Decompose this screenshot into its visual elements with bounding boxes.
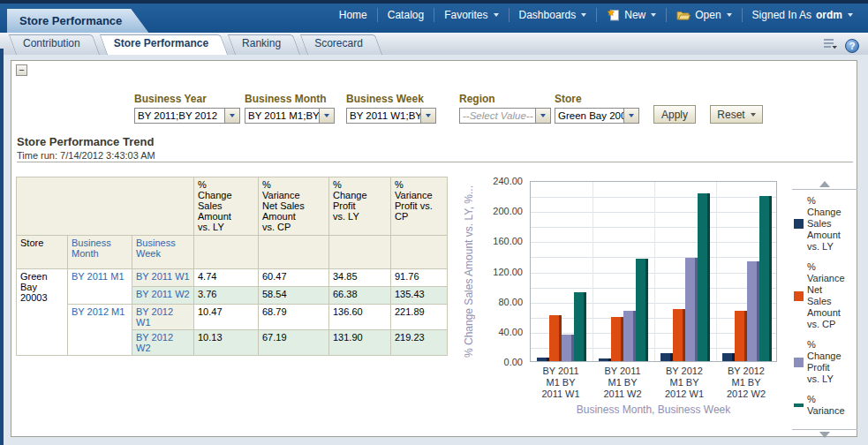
value-cell: 221.89	[391, 305, 448, 330]
column-header: % Change Profit vs. LY	[329, 177, 391, 236]
chevron-down-icon	[848, 13, 853, 17]
store-dropdown[interactable]: Green Bay 20003	[555, 108, 639, 124]
legend-swatch	[794, 358, 804, 367]
left-accent-bar	[0, 49, 4, 445]
bar[interactable]	[759, 196, 772, 361]
nav-favorites[interactable]: Favorites	[434, 8, 508, 22]
bar[interactable]	[722, 353, 735, 361]
x-tick-label: BY 2012 M1 BY 2012 W2	[708, 366, 784, 400]
apply-button[interactable]: Apply	[653, 105, 696, 124]
nav-catalog[interactable]: Catalog	[377, 8, 434, 22]
legend-swatch	[794, 404, 804, 407]
help-icon[interactable]: ?	[845, 39, 859, 53]
collapse-section-button[interactable]: −	[16, 64, 27, 76]
filter-business-month: Business Month BY 2011 M1;BY 2	[245, 93, 335, 124]
value-cell: 91.76	[391, 269, 448, 287]
business-month-dropdown[interactable]: BY 2011 M1;BY 2	[245, 108, 335, 124]
filter-label: Business Month	[245, 93, 335, 105]
bar[interactable]	[623, 311, 636, 361]
value-cell: 66.38	[329, 287, 391, 305]
bar[interactable]	[611, 317, 623, 361]
column-header: % Change Sales Amount vs. LY	[194, 177, 259, 236]
time-run-label: Time run: 7/14/2012 3:43:03 AM	[17, 150, 155, 161]
nav-open[interactable]: Open	[666, 8, 741, 22]
filter-label: Store	[555, 93, 639, 105]
tab-store-performance[interactable]: Store Performance	[103, 34, 224, 55]
username: ordm	[816, 9, 842, 21]
week-cell[interactable]: BY 2011 W1	[132, 269, 194, 287]
y-tick-label: 160.00	[457, 236, 523, 246]
nav-dashboards[interactable]: Dashboards	[509, 8, 597, 22]
value-cell: 34.85	[329, 269, 391, 287]
legend-scroll-up-icon[interactable]	[819, 181, 830, 187]
chevron-down-icon	[727, 13, 732, 17]
chevron-down-icon	[751, 113, 756, 117]
table-corner-cell	[17, 177, 194, 236]
value-cell: 58.54	[259, 287, 329, 305]
legend-swatch	[794, 219, 804, 229]
business-year-dropdown[interactable]: BY 2011;BY 2012	[134, 108, 240, 124]
y-tick-label: 120.00	[457, 267, 523, 277]
month-cell[interactable]: BY 2011 M1	[68, 269, 132, 305]
tab-contribution[interactable]: Contribution	[12, 34, 96, 55]
bar[interactable]	[636, 259, 648, 361]
nav-home[interactable]: Home	[329, 8, 377, 22]
dim-header-business-month[interactable]: Business Month	[68, 236, 132, 269]
week-cell[interactable]: BY 2012 W1	[132, 305, 194, 330]
nav-new[interactable]: New	[596, 8, 666, 22]
week-cell[interactable]: BY 2012 W2	[132, 330, 194, 356]
dropdown-arrow-icon[interactable]	[420, 109, 435, 123]
reset-button[interactable]: Reset	[710, 105, 763, 124]
business-week-dropdown[interactable]: BY 2011 W1;BY 2	[346, 108, 436, 124]
bar[interactable]	[549, 315, 562, 361]
column-header: % Variance Net Sales Amount vs. CP	[259, 177, 329, 236]
dropdown-arrow-icon[interactable]	[319, 109, 334, 123]
chevron-down-icon	[651, 13, 656, 17]
bar[interactable]	[562, 335, 574, 361]
dropdown-arrow-icon[interactable]	[224, 109, 239, 123]
legend-item: % Variance Net Sales Amount vs. CP	[794, 261, 857, 330]
week-cell[interactable]: BY 2011 W2	[132, 287, 194, 305]
value-cell: 131.90	[329, 330, 391, 356]
region-dropdown[interactable]: --Select Value--	[459, 108, 551, 124]
value-cell: 68.79	[259, 305, 329, 330]
dropdown-arrow-icon[interactable]	[623, 109, 638, 123]
pivot-table: % Change Sales Amount vs. LY % Variance …	[16, 177, 448, 356]
category-separator	[654, 182, 655, 361]
legend-label: % Change Sales Amount vs. LY	[807, 195, 842, 253]
bar[interactable]	[735, 311, 747, 361]
dropdown-arrow-icon[interactable]	[535, 109, 550, 123]
nav-signed-in-user[interactable]: Signed In As ordm	[742, 8, 863, 22]
gridline	[531, 227, 776, 228]
tab-ranking[interactable]: Ranking	[231, 34, 297, 55]
bar[interactable]	[747, 261, 759, 361]
brand-bar: Store Performance Home Catalog Favorites…	[0, 0, 868, 33]
category-separator	[593, 182, 593, 361]
bar[interactable]	[673, 309, 685, 361]
dim-header-store: Store	[17, 236, 68, 269]
bar[interactable]	[698, 193, 710, 361]
gridline	[531, 257, 776, 258]
bar[interactable]	[685, 258, 698, 361]
dashboard-tab-strip: Contribution Store Performance Ranking S…	[0, 33, 868, 55]
bar[interactable]	[599, 358, 611, 361]
chevron-down-icon	[581, 13, 586, 17]
y-tick-label: 200.00	[457, 206, 523, 216]
legend-scroll-down-icon[interactable]	[819, 432, 830, 438]
y-tick-label: 40.00	[457, 327, 523, 337]
bar[interactable]	[660, 353, 673, 361]
bar[interactable]	[537, 358, 549, 361]
dashboard-content-panel: − Business Year BY 2011;BY 2012 Business…	[11, 60, 857, 437]
column-header: % Variance Profit vs. CP	[391, 177, 448, 236]
month-cell[interactable]: BY 2012 M1	[68, 305, 132, 356]
dim-header-business-week[interactable]: Business Week	[132, 236, 194, 269]
plot-area	[530, 181, 777, 362]
y-tick-label: 240.00	[457, 176, 523, 186]
legend-label: % Change Profit vs. LY	[807, 339, 842, 385]
bar[interactable]	[574, 292, 586, 361]
tab-scorecard[interactable]: Scorecard	[304, 34, 379, 55]
value-cell: 219.23	[391, 330, 448, 356]
new-document-icon	[607, 9, 620, 21]
global-nav: Home Catalog Favorites Dashboards New Op…	[329, 8, 863, 22]
page-options-icon[interactable]	[822, 37, 839, 54]
